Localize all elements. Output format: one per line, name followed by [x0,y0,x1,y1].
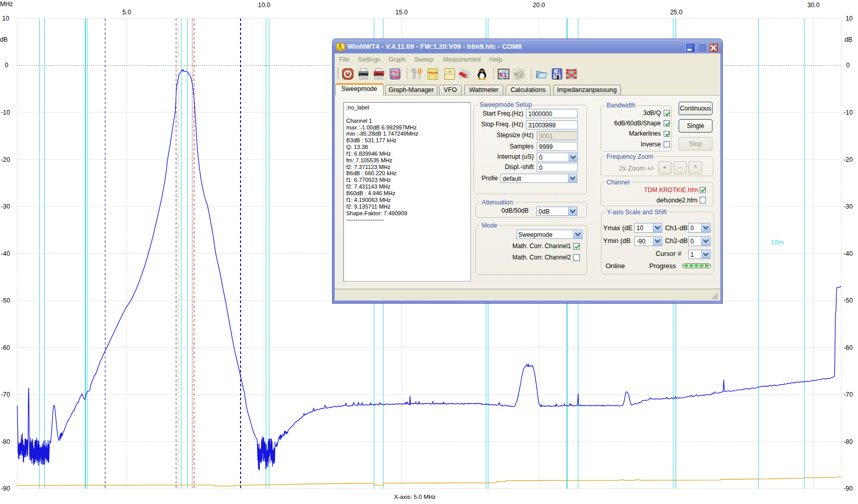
svg-text:-60: -60 [1,344,10,351]
svg-text:-30: -30 [844,203,853,210]
svg-text:-20: -20 [1,156,10,163]
svg-text:-50: -50 [844,297,853,304]
svg-text:dB: dB [0,36,8,43]
svg-text:-10: -10 [1,109,10,116]
svg-text:30.0: 30.0 [807,2,819,9]
svg-text:-90: -90 [1,485,10,492]
svg-text:-90: -90 [844,485,853,492]
svg-text:-20: -20 [844,156,853,163]
svg-text:15.0: 15.0 [395,9,408,16]
svg-text:10m: 10m [771,238,783,246]
svg-text:BMP: BMP [391,74,400,80]
svg-text:-40: -40 [1,250,10,257]
svg-text:K2: K2 [516,72,523,78]
svg-text:-30: -30 [1,203,10,210]
svg-text:-70: -70 [844,391,853,398]
svg-text:-60: -60 [844,344,853,351]
svg-text:-10: -10 [844,109,853,116]
svg-text:dB: dB [845,36,852,43]
svg-text:PDF: PDF [373,70,384,77]
svg-text:0: 0 [5,62,8,69]
svg-text:-70: -70 [1,391,10,398]
svg-text:0: 0 [846,62,850,69]
svg-text:MHz: MHz [0,1,13,8]
svg-text:-80: -80 [844,438,853,445]
svg-text:5.0: 5.0 [122,9,131,16]
svg-text:25.0: 25.0 [670,9,683,16]
svg-text:PNG: PNG [391,69,400,74]
svg-text:-50: -50 [1,297,10,304]
svg-text:10: 10 [2,15,9,22]
svg-text:K1: K1 [499,72,507,78]
svg-text:10.0: 10.0 [258,2,270,9]
svg-text:-80: -80 [1,438,10,445]
svg-text:dB: dB [447,69,451,74]
svg-text:10: 10 [846,15,853,22]
svg-text:20.0: 20.0 [533,2,545,9]
svg-text:-40: -40 [844,250,853,257]
svg-text:X-axis: 5.0 MHz: X-axis: 5.0 MHz [394,494,435,500]
